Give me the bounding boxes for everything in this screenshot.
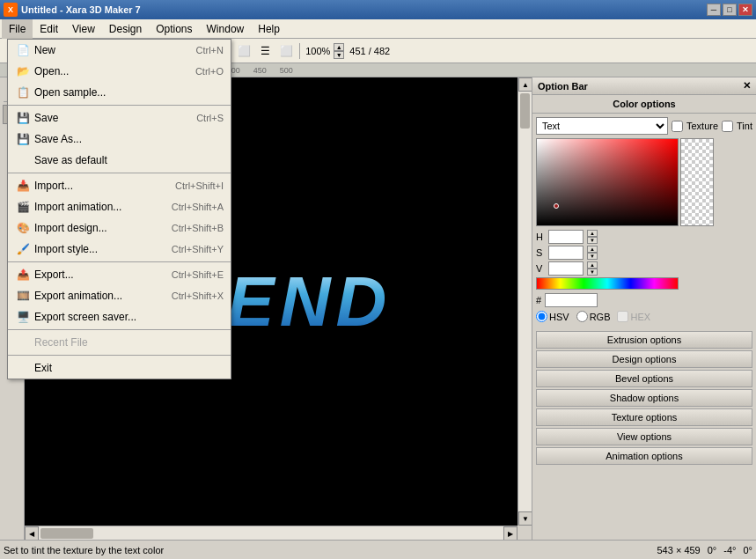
- maximize-button[interactable]: □: [723, 4, 737, 16]
- extrusion-options-btn[interactable]: Extrusion options: [536, 331, 752, 349]
- h-spin-up[interactable]: ▲: [587, 230, 598, 237]
- menu-open-sample[interactable]: 📋 Open sample...: [8, 82, 231, 103]
- animation-options-btn[interactable]: Animation options: [536, 447, 752, 465]
- tint-label: Tint: [737, 121, 752, 131]
- scroll-track-h[interactable]: [39, 526, 503, 540]
- rgb-radio[interactable]: [576, 311, 588, 322]
- scroll-up-arrow[interactable]: ▲: [518, 77, 532, 92]
- menu-export-animation[interactable]: 🎞️ Export animation... Ctrl+Shift+X: [8, 285, 231, 306]
- hsv-radio[interactable]: [536, 311, 547, 322]
- color-cursor: [554, 203, 559, 209]
- menu-edit[interactable]: Edit: [33, 19, 65, 39]
- menu-sep-4: [8, 329, 231, 330]
- color-gradient-container[interactable]: [536, 138, 679, 226]
- menu-new[interactable]: 📄 New Ctrl+N: [8, 40, 231, 61]
- menu-file[interactable]: File: [2, 19, 33, 39]
- zoom-right-down[interactable]: ▼: [334, 51, 344, 59]
- bevel-options-btn[interactable]: Bevel options: [536, 370, 752, 387]
- menu-open[interactable]: 📂 Open... Ctrl+O: [8, 61, 231, 82]
- align-right-btn[interactable]: ⬜: [276, 41, 296, 61]
- menu-window[interactable]: Window: [200, 19, 252, 39]
- vertical-scrollbar[interactable]: ▲ ▼: [517, 77, 532, 526]
- menu-import[interactable]: 📥 Import... Ctrl+Shift+I: [8, 175, 231, 196]
- menu-export-screensaver[interactable]: 🖥️ Export screen saver...: [8, 306, 231, 327]
- menu-save-default[interactable]: Save as default: [8, 150, 231, 171]
- hex-radio-label[interactable]: HEX: [617, 311, 650, 322]
- s-spin-up[interactable]: ▲: [587, 246, 598, 253]
- hex-radio-text: HEX: [630, 312, 650, 322]
- app-icon: X: [4, 3, 18, 17]
- status-angle: -4°: [723, 545, 736, 555]
- h-spin-down[interactable]: ▼: [587, 237, 598, 244]
- s-spin-down[interactable]: ▼: [587, 253, 598, 260]
- title-bar: X Untitled - Xara 3D Maker 7 ─ □ ✕: [0, 0, 756, 19]
- status-z: 0°: [743, 545, 752, 555]
- close-button[interactable]: ✕: [738, 4, 752, 16]
- menu-save-as[interactable]: 💾 Save As...: [8, 129, 231, 150]
- save-default-icon: [15, 152, 31, 168]
- h-input[interactable]: [548, 230, 584, 244]
- minimize-button[interactable]: ─: [707, 4, 721, 16]
- save-as-icon: 💾: [15, 131, 31, 147]
- texture-checkbox[interactable]: [672, 121, 683, 132]
- hsv-radio-label[interactable]: HSV: [536, 311, 569, 322]
- scroll-down-arrow[interactable]: ▼: [518, 511, 532, 526]
- scroll-right-arrow[interactable]: ▶: [503, 526, 517, 540]
- panel-close-button[interactable]: ✕: [743, 80, 751, 92]
- texture-options-btn[interactable]: Texture options: [536, 408, 752, 426]
- recent-label: Recent File: [34, 336, 224, 349]
- view-options-btn[interactable]: View options: [536, 428, 752, 445]
- v-label: V: [536, 263, 545, 274]
- menu-sep-1: [8, 105, 231, 106]
- texture-label: Texture: [686, 121, 718, 131]
- v-spin-down[interactable]: ▼: [587, 268, 598, 276]
- menu-exit[interactable]: Exit: [8, 357, 231, 379]
- align-center-btn[interactable]: ☰: [255, 41, 275, 61]
- import-label: Import...: [34, 180, 175, 192]
- menu-design[interactable]: Design: [102, 19, 149, 39]
- tint-checkbox[interactable]: [722, 121, 733, 132]
- recent-icon: [15, 335, 31, 350]
- hex-row: #: [536, 293, 752, 307]
- rgb-radio-label[interactable]: RGB: [576, 311, 611, 322]
- new-label: New: [34, 44, 196, 56]
- align-left-btn[interactable]: ⬜: [234, 41, 253, 61]
- v-spin-up[interactable]: ▲: [587, 261, 598, 268]
- save-icon: 💾: [15, 110, 31, 126]
- color-gradient-dark: [536, 138, 679, 226]
- menu-import-design[interactable]: 🎨 Import design... Ctrl+Shift+B: [8, 217, 231, 239]
- import-design-icon: 🎨: [15, 220, 31, 236]
- open-icon: 📂: [15, 63, 31, 79]
- export-screen-label: Export screen saver...: [34, 311, 224, 323]
- menu-view[interactable]: View: [65, 19, 102, 39]
- status-message: Set to tint the texture by the text colo…: [4, 545, 164, 555]
- color-type-select[interactable]: Text: [536, 117, 668, 135]
- option-buttons: Extrusion options Design options Bevel o…: [532, 329, 756, 467]
- menu-import-style[interactable]: 🖌️ Import style... Ctrl+Shift+Y: [8, 239, 231, 260]
- s-row: S ▲ ▼: [536, 246, 752, 260]
- menu-help[interactable]: Help: [251, 19, 287, 39]
- save-as-label: Save As...: [34, 133, 224, 145]
- save-default-label: Save as default: [34, 154, 224, 166]
- hex-input[interactable]: [545, 293, 598, 307]
- scroll-left-arrow[interactable]: ◀: [25, 526, 39, 540]
- menu-export[interactable]: 📤 Export... Ctrl+Shift+E: [8, 264, 231, 285]
- v-input[interactable]: [548, 261, 584, 276]
- panel-header: Option Bar ✕: [532, 77, 756, 95]
- zoom-right-up[interactable]: ▲: [334, 43, 344, 51]
- menu-options[interactable]: Options: [149, 19, 199, 39]
- s-input[interactable]: [548, 246, 584, 260]
- scroll-thumb-v[interactable]: [520, 93, 530, 129]
- horizontal-scrollbar[interactable]: ◀ ▶: [25, 526, 517, 540]
- menu-import-animation[interactable]: 🎬 Import animation... Ctrl+Shift+A: [8, 196, 231, 217]
- import-style-icon: 🖌️: [15, 241, 31, 257]
- shadow-options-btn[interactable]: Shadow options: [536, 389, 752, 407]
- s-spinner: ▲ ▼: [587, 246, 598, 260]
- hue-bar[interactable]: [536, 277, 679, 290]
- menu-save[interactable]: 💾 Save Ctrl+S: [8, 107, 231, 129]
- scroll-track-v[interactable]: [518, 92, 532, 511]
- design-options-btn[interactable]: Design options: [536, 350, 752, 368]
- open-shortcut: Ctrl+O: [195, 66, 224, 77]
- color-options-title: Color options: [532, 95, 756, 114]
- scroll-thumb-h[interactable]: [40, 528, 93, 539]
